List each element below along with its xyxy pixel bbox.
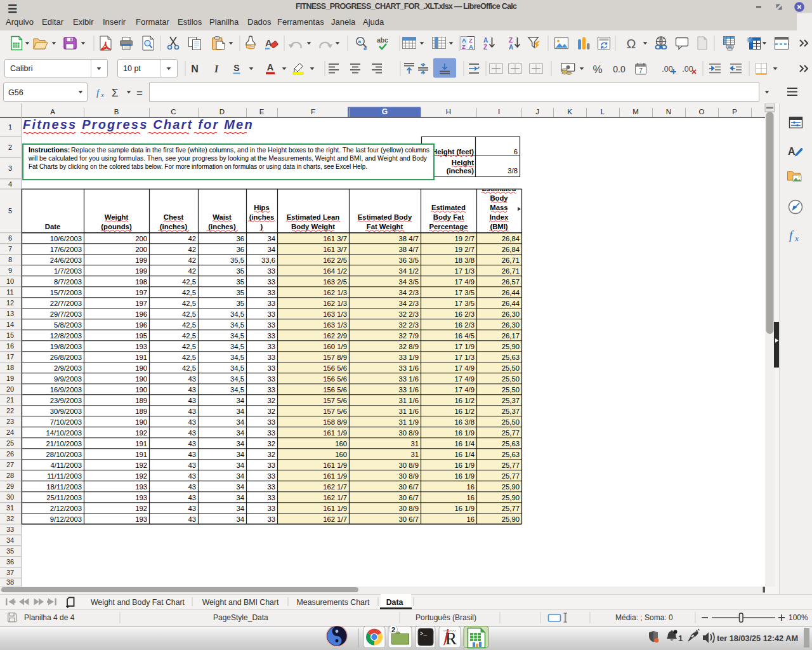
svg-text:191: 191 — [135, 354, 147, 361]
svg-text:161 1/9: 161 1/9 — [323, 505, 347, 512]
svg-text:26,30: 26,30 — [502, 321, 520, 329]
svg-text:162 1/7: 162 1/7 — [323, 483, 347, 491]
svg-text:4/11/2003: 4/11/2003 — [51, 461, 82, 469]
svg-text:Body Weight: Body Weight — [291, 223, 335, 230]
svg-text:2/12/2003: 2/12/2003 — [50, 505, 82, 512]
svg-text:34,5: 34,5 — [230, 343, 244, 350]
svg-text:200: 200 — [135, 235, 147, 242]
svg-text:43: 43 — [188, 408, 196, 415]
svg-text:42: 42 — [188, 267, 196, 275]
svg-text:34: 34 — [236, 472, 244, 480]
svg-text:10/6/2003: 10/6/2003 — [50, 235, 82, 242]
svg-text:3/8: 3/8 — [508, 167, 518, 175]
svg-text:34: 34 — [236, 429, 244, 437]
svg-text:(pounds): (pounds) — [101, 223, 132, 230]
svg-text:34: 34 — [236, 408, 244, 415]
svg-text:191: 191 — [135, 451, 147, 458]
svg-text:M: M — [632, 108, 639, 116]
svg-text:9/9/2003: 9/9/2003 — [54, 375, 82, 383]
svg-text:5: 5 — [8, 207, 12, 215]
svg-text:26,71: 26,71 — [502, 267, 520, 275]
svg-text:16 1/2: 16 1/2 — [455, 397, 475, 404]
svg-text:Σ: Σ — [112, 87, 119, 99]
svg-text:158 8/9: 158 8/9 — [323, 418, 347, 426]
svg-text:33: 33 — [267, 267, 275, 275]
svg-text:195: 195 — [135, 332, 147, 340]
svg-text:33: 33 — [267, 278, 275, 286]
svg-text:26,84: 26,84 — [502, 235, 520, 242]
svg-text:161 3/7: 161 3/7 — [323, 246, 347, 253]
svg-text:34,5: 34,5 — [230, 354, 244, 361]
svg-text:42,5: 42,5 — [182, 278, 196, 286]
svg-text:161 3/7: 161 3/7 — [323, 235, 347, 242]
svg-text:33: 33 — [267, 483, 275, 491]
svg-text:163 1/3: 163 1/3 — [323, 321, 347, 329]
svg-text:9: 9 — [8, 267, 12, 274]
svg-text:34 3/5: 34 3/5 — [399, 278, 419, 286]
svg-text:F: F — [311, 108, 315, 116]
svg-text:16: 16 — [466, 515, 475, 523]
svg-text:34: 34 — [236, 494, 244, 501]
svg-text:34: 34 — [236, 440, 244, 448]
svg-text:31: 31 — [410, 440, 419, 448]
svg-text:A: A — [265, 37, 272, 48]
svg-text:42,5: 42,5 — [182, 310, 196, 318]
svg-text:43: 43 — [188, 515, 196, 523]
svg-text:32: 32 — [6, 515, 14, 522]
svg-text:Percentage: Percentage — [429, 223, 468, 230]
svg-text:163 2/5: 163 2/5 — [323, 278, 347, 286]
svg-text:189: 189 — [135, 397, 147, 404]
svg-text:162 1/3: 162 1/3 — [323, 300, 347, 307]
svg-text:7/10/2003: 7/10/2003 — [50, 418, 82, 426]
svg-text:35,5: 35,5 — [230, 256, 244, 264]
svg-text:16: 16 — [466, 494, 475, 501]
svg-text:33: 33 — [267, 515, 275, 523]
svg-text:D: D — [219, 108, 225, 116]
svg-text:Date: Date — [45, 223, 61, 230]
svg-text:33: 33 — [6, 526, 14, 533]
svg-text:E: E — [259, 108, 265, 116]
svg-text:%: % — [593, 63, 602, 76]
svg-text:x: x — [794, 234, 799, 243]
svg-text:2: 2 — [8, 143, 12, 151]
svg-text:42,5: 42,5 — [182, 300, 196, 307]
svg-text:32 2/3: 32 2/3 — [399, 310, 419, 318]
svg-text:193: 193 — [135, 343, 147, 350]
svg-text:15: 15 — [6, 331, 14, 339]
svg-text:42,5: 42,5 — [182, 343, 196, 350]
svg-text:f: f — [96, 88, 100, 98]
svg-text:35: 35 — [236, 289, 244, 296]
svg-text:34: 34 — [236, 483, 244, 491]
svg-text:10 pt: 10 pt — [123, 64, 141, 73]
svg-text:34 1/2: 34 1/2 — [399, 267, 419, 275]
svg-text:198: 198 — [135, 278, 147, 286]
svg-text:5/8/2003: 5/8/2003 — [54, 321, 82, 329]
svg-text:21/10/2003: 21/10/2003 — [46, 440, 82, 448]
svg-text:10: 10 — [6, 277, 14, 285]
svg-text:200: 200 — [135, 246, 147, 253]
svg-text:12: 12 — [6, 299, 14, 307]
svg-text:43: 43 — [188, 418, 196, 426]
svg-text:190: 190 — [135, 386, 147, 394]
svg-text:34: 34 — [267, 246, 275, 253]
svg-text:35: 35 — [236, 267, 244, 275]
svg-text:Measurements Chart: Measurements Chart — [297, 598, 370, 607]
svg-text:33: 33 — [267, 300, 275, 307]
svg-text:Z: Z — [509, 37, 513, 44]
svg-text:>_: >_ — [420, 631, 427, 637]
svg-text:33: 33 — [267, 332, 275, 340]
svg-text:(inches: (inches — [249, 213, 275, 221]
svg-text:38 4/7: 38 4/7 — [399, 235, 419, 242]
svg-text:18: 18 — [6, 364, 14, 371]
svg-text:192: 192 — [135, 472, 147, 480]
svg-text:17 1/9: 17 1/9 — [455, 343, 475, 350]
svg-text:3: 3 — [8, 164, 12, 172]
svg-text:19: 19 — [6, 375, 14, 382]
svg-text:16 3/8: 16 3/8 — [455, 418, 475, 426]
svg-text:A: A — [469, 43, 473, 50]
svg-text:(inches): (inches) — [160, 223, 188, 230]
svg-text:O: O — [699, 108, 705, 116]
svg-text:162 1/7: 162 1/7 — [323, 515, 347, 523]
svg-text:a: a — [358, 39, 362, 44]
svg-text:23/9/2003: 23/9/2003 — [50, 397, 82, 404]
